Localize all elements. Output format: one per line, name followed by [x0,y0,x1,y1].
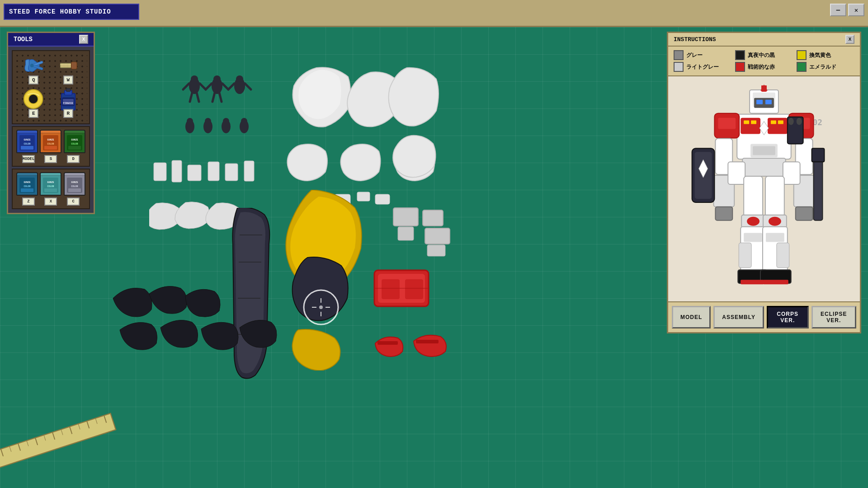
key-s: S [44,155,57,163]
svg-text:COLOR: COLOR [24,185,31,188]
paint-can-orange[interactable]: GUNZE COLOR [40,130,61,153]
svg-rect-53 [377,341,398,345]
svg-rect-117 [756,100,763,104]
svg-rect-46 [425,228,450,244]
svg-rect-143 [742,158,786,176]
svg-rect-155 [766,233,784,242]
svg-text:GUNZE: GUNZE [71,139,78,141]
svg-point-23 [241,118,247,124]
close-button[interactable]: ✕ [848,4,864,16]
svg-rect-109 [44,188,57,192]
paint-can-gray[interactable]: GUNZE COLOR [64,172,85,196]
pliers-row: Q [16,55,85,86]
color-entry: 真夜中の黒 [735,50,793,60]
color-entry: 戦術的な赤 [735,62,793,72]
pinwash-tool[interactable]: PINWASH R [57,90,79,118]
white-parts-right [384,63,457,190]
tape-row: E PINWASH [16,88,85,120]
instructions-buttons: MODEL ASSEMBLY CORPS VER. ECLIPSE VER. [668,302,860,332]
color-label: 真夜中の黒 [748,52,775,59]
paint-can-blue[interactable]: GUNZE COLOR [16,130,38,153]
color-swatch [674,50,684,60]
svg-rect-144 [728,162,745,184]
paint-can-teal2[interactable]: GUNZE COLOR [40,172,61,196]
paint-section-2: GUNZE COLOR GUNZE COLOR [12,169,90,209]
svg-rect-113 [68,188,81,192]
yellow-part-group [285,190,375,371]
eclipse-ver-button[interactable]: ECLIPSE VER. [811,306,857,328]
svg-point-21 [223,118,229,124]
color-swatch [674,62,684,72]
file-tool[interactable]: W [57,56,79,84]
svg-rect-101 [68,146,81,150]
svg-rect-135 [718,118,736,129]
svg-line-5 [197,93,199,102]
svg-rect-118 [765,100,772,104]
title-bar: STEED FORCE HOBBY STUDIO [4,4,139,20]
pinwash-icon: PINWASH [57,90,79,108]
red-part [371,267,434,312]
svg-rect-160 [741,280,764,284]
assembly-button[interactable]: ASSEMBLY [713,306,764,328]
model-display: 02 [668,76,860,302]
svg-rect-97 [44,146,57,150]
svg-line-4 [190,93,192,102]
svg-rect-47 [427,245,445,256]
svg-rect-131 [753,146,775,155]
color-swatch [735,62,745,72]
svg-rect-86 [66,88,71,91]
tape-tool[interactable]: E [23,90,44,118]
svg-rect-157 [777,243,789,268]
svg-rect-169 [812,148,825,162]
svg-text:GUNZE: GUNZE [24,181,31,184]
svg-rect-145 [783,162,800,184]
key-x: X [44,197,57,206]
paint-can-green[interactable]: GUNZE COLOR [64,130,85,153]
pliers-tool[interactable]: Q [23,56,44,84]
ruler [0,411,119,474]
svg-rect-44 [398,227,414,240]
svg-point-83 [31,96,36,102]
color-label: 戦術的な赤 [748,63,775,71]
model-button[interactable]: MODEL [672,306,711,328]
svg-line-9 [222,84,228,89]
svg-line-2 [183,84,189,89]
svg-text:GUNZE: GUNZE [47,181,54,184]
tools-close-button[interactable]: X [79,35,88,44]
paint-row-1: GUNZE COLOR GUNZE COLOR [15,130,86,153]
svg-point-163 [788,118,794,125]
svg-line-3 [200,84,206,89]
svg-text:COLOR: COLOR [47,143,54,145]
file-icon [57,56,79,75]
key-a: MODEL [22,155,35,163]
svg-text:COLOR: COLOR [71,143,78,145]
svg-point-164 [797,118,802,125]
svg-rect-125 [744,121,749,124]
svg-rect-30 [208,162,219,181]
tools-header: TOOLS X [8,33,94,47]
tools-content: Q [8,47,94,213]
instructions-close-button[interactable]: X [845,35,854,44]
color-entry: グレー [674,50,731,60]
svg-text:GUNZE: GUNZE [47,139,54,141]
svg-rect-50 [382,279,400,299]
svg-rect-147 [765,176,784,217]
paint-row-2: GUNZE COLOR GUNZE COLOR [15,172,86,196]
minimize-button[interactable]: — [830,4,846,16]
corps-ver-button[interactable]: CORPS VER. [767,306,809,328]
svg-rect-127 [771,121,776,124]
color-entry: 換気黄色 [797,50,854,60]
color-label: エメラルド [809,63,836,71]
color-entry: エメラルド [797,62,854,72]
svg-line-14 [228,84,234,89]
dark-parts-group [176,63,276,154]
paint-can-teal[interactable]: GUNZE COLOR [16,172,38,196]
svg-rect-156 [739,243,751,268]
svg-rect-128 [778,121,783,124]
pliers-key: Q [28,75,38,84]
svg-rect-126 [751,121,756,124]
svg-point-19 [205,118,211,124]
pinwash-key-r: R [63,109,73,118]
svg-rect-45 [423,210,443,226]
svg-rect-28 [172,160,182,182]
